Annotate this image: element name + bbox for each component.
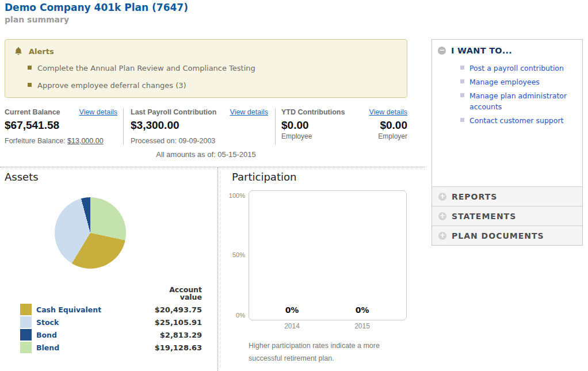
participation-bar-chart: 100% 50% 0% 0% 0% 2014 2015 — [249, 190, 407, 320]
legend-label: Bond — [36, 331, 57, 339]
legend-row: Bond $2,813.29 — [20, 328, 202, 341]
legend-label: Cash Equivalent — [36, 305, 101, 314]
legend-value: $25,105.91 — [155, 318, 202, 327]
ytd-employee-block: $0.00 Employee — [281, 119, 312, 140]
bar-value-label: 0% — [356, 305, 369, 315]
current-balance-amount: $67,541.58 — [5, 119, 117, 132]
legend-value: $20,493.75 — [155, 305, 202, 314]
plus-circle-icon[interactable] — [438, 232, 446, 240]
participation-section-title: Participation — [232, 171, 296, 183]
sidebar-section-reports[interactable]: REPORTS — [432, 186, 582, 206]
y-axis-tick-label: 100% — [229, 192, 245, 199]
current-balance-label: Current Balance — [5, 108, 60, 116]
i-want-to-links: Post a payroll contribution Manage emplo… — [460, 63, 582, 126]
square-bullet-icon — [460, 66, 464, 70]
bell-icon — [14, 47, 23, 56]
assets-section: Assets Account value Cash Equivalent $20… — [0, 167, 218, 371]
alert-item: Approve employee deferral changes (3) — [28, 81, 398, 90]
last-payroll-label: Last Payroll Contribution — [131, 108, 216, 116]
minus-circle-icon[interactable] — [438, 47, 446, 55]
alerts-title: Alerts — [29, 47, 54, 56]
legend-label: Stock — [36, 318, 59, 327]
last-payroll-processed-date: Processed on: 09-09-2003 — [131, 137, 268, 145]
forfeiture-balance-amount-link[interactable]: $13,000.00 — [67, 137, 104, 145]
ytd-employer-block: $0.00 Employer — [378, 119, 407, 140]
legend-swatch — [20, 316, 32, 328]
last-payroll-amount: $3,300.00 — [131, 119, 268, 132]
y-axis-tick-label: 0% — [236, 312, 245, 319]
legend-swatch — [20, 304, 32, 315]
last-payroll-column: Last Payroll Contribution View details $… — [124, 108, 276, 145]
post-payroll-contribution-link[interactable]: Post a payroll contribution — [469, 64, 564, 72]
legend-row: Cash Equivalent $20,493.75 — [20, 303, 202, 316]
forfeiture-balance-label: Forfeiture Balance: — [5, 137, 66, 145]
i-want-to-header[interactable]: I WANT TO... — [438, 46, 576, 55]
legend-value: $19,128.63 — [155, 343, 202, 352]
sidebar: I WANT TO... Post a payroll contribution… — [432, 39, 583, 246]
sidebar-section-title: REPORTS — [452, 192, 497, 201]
x-axis-tick-label: 2015 — [354, 322, 370, 330]
alerts-header: Alerts — [14, 47, 398, 56]
assets-legend: Account value Cash Equivalent $20,493.75… — [20, 286, 202, 354]
sidebar-section-plan-documents[interactable]: PLAN DOCUMENTS — [432, 225, 582, 245]
amounts-as-of-note: All amounts as of: 05-15-2015 — [5, 150, 407, 159]
ytd-employer-amount: $0.00 — [378, 119, 407, 132]
manage-plan-administrator-accounts-link[interactable]: Manage plan administrator accounts — [469, 91, 567, 111]
last-payroll-view-details-link[interactable]: View details — [230, 108, 268, 116]
list-item: Contact customer support — [460, 115, 582, 126]
y-axis-tick-label: 50% — [232, 251, 245, 258]
alert-item-text: Complete the Annual Plan Review and Comp… — [37, 64, 255, 72]
legend-row: Stock $25,105.91 — [20, 316, 202, 328]
participation-section: Participation 100% 50% 0% 0% 0% 2014 201… — [219, 167, 425, 371]
alert-item-text: Approve employee deferral changes (3) — [37, 81, 186, 90]
forfeiture-balance: Forfeiture Balance: $13,000.00 — [5, 137, 117, 145]
square-bullet-icon — [460, 79, 464, 83]
legend-label: Blend — [36, 343, 59, 352]
assets-pie-chart — [55, 197, 126, 269]
square-bullet-icon — [460, 93, 464, 97]
ytd-contributions-label: YTD Contributions — [281, 108, 345, 116]
list-item: Manage employees — [460, 77, 582, 87]
square-bullet-icon — [460, 118, 464, 122]
legend-header: Account value — [20, 286, 202, 301]
page-header: Demo Company 401k Plan (7647) plan summa… — [5, 2, 188, 25]
ytd-employee-label: Employee — [281, 132, 312, 140]
charts-area: Assets Account value Cash Equivalent $20… — [0, 167, 425, 371]
page-title: Demo Company 401k Plan (7647) — [5, 2, 188, 13]
manage-employees-link[interactable]: Manage employees — [469, 78, 540, 86]
legend-swatch — [20, 329, 32, 341]
list-item: Post a payroll contribution — [460, 63, 582, 74]
alerts-panel: Alerts Complete the Annual Plan Review a… — [5, 39, 407, 98]
alert-item: Complete the Annual Plan Review and Comp… — [28, 64, 398, 72]
x-axis-tick-label: 2014 — [284, 322, 300, 330]
balance-summary-row: Current Balance View details $67,541.58 … — [5, 108, 407, 145]
legend-swatch — [20, 342, 32, 353]
list-item: Manage plan administrator accounts — [460, 90, 582, 112]
bar-value-label: 0% — [285, 305, 299, 315]
ytd-view-details-link[interactable]: View details — [369, 108, 407, 116]
square-bullet-icon — [28, 66, 32, 70]
plus-circle-icon[interactable] — [438, 193, 446, 201]
current-balance-column: Current Balance View details $67,541.58 … — [5, 108, 124, 145]
plus-circle-icon[interactable] — [438, 212, 446, 220]
ytd-employer-label: Employer — [378, 132, 407, 140]
sidebar-section-statements[interactable]: STATEMENTS — [432, 206, 582, 225]
assets-section-title: Assets — [5, 171, 39, 183]
legend-value: $2,813.29 — [160, 331, 202, 339]
square-bullet-icon — [28, 83, 32, 87]
i-want-to-panel: I WANT TO... Post a payroll contribution… — [432, 40, 582, 186]
legend-row: Blend $19,128.63 — [20, 341, 202, 354]
current-balance-view-details-link[interactable]: View details — [79, 108, 117, 116]
sidebar-section-title: STATEMENTS — [452, 212, 516, 221]
ytd-contributions-column: YTD Contributions View details $0.00 Emp… — [276, 108, 407, 145]
contact-customer-support-link[interactable]: Contact customer support — [469, 116, 563, 125]
participation-footnote: Higher participation rates indicate a mo… — [249, 340, 391, 365]
page-subtitle: plan summary — [5, 14, 188, 25]
i-want-to-title: I WANT TO... — [451, 46, 512, 55]
sidebar-section-title: PLAN DOCUMENTS — [452, 231, 544, 240]
plan-summary-page: Demo Company 401k Plan (7647) plan summa… — [0, 0, 588, 371]
ytd-employee-amount: $0.00 — [281, 119, 312, 132]
alerts-list: Complete the Annual Plan Review and Comp… — [28, 64, 398, 90]
